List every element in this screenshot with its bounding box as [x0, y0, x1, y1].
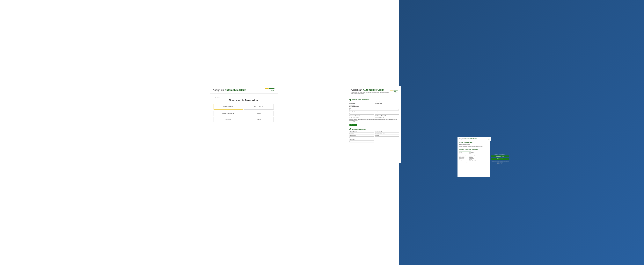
radio-na-coverage[interactable]: N/A — [356, 117, 359, 118]
radio-yes-release[interactable]: Yes — [375, 117, 378, 118]
tablet-body: Claim Complete! Thank you for choosing P… — [458, 141, 511, 177]
radio-dot-no — [353, 117, 354, 118]
logo-text-left: PDA — [270, 90, 274, 91]
field-ok-release: OK to Release Estimate? Yes No — [375, 115, 399, 118]
radio-additional: Yes No — [350, 121, 399, 122]
radio-dot-yes — [350, 117, 350, 118]
title-automobile: Automobile — [225, 88, 239, 91]
monitor-frame-left: Assign an Automobile Claim PDA — [206, 82, 337, 170]
btn-fleet[interactable]: Fleet — [244, 111, 274, 116]
value-service-type: Collision Appraisal — [350, 106, 374, 107]
stripe-green — [269, 88, 274, 89]
radio-dot-na — [356, 117, 357, 118]
intro-text: To help service you better, please give … — [351, 92, 390, 94]
field-adjuster-phone: Adjuster Phone — [350, 135, 374, 138]
info-val-0: Claim F2345 — [469, 152, 474, 153]
tablet-header: Assign an Automobile Claim PDA — [458, 137, 491, 141]
field-claim-number: Claim Number * — [350, 111, 374, 115]
portal-link[interactable]: You HAVE to view the Policy Portal — [459, 151, 489, 152]
label-adjuster-name: Adjuster Name * — [350, 131, 374, 132]
tablet-page-title: Assign an Automobile Claim — [459, 138, 477, 140]
info-val-8: No — [470, 162, 471, 162]
radio-coverage: Yes No N/A — [350, 117, 374, 118]
label-business-group: Business Group — [350, 101, 374, 103]
thank-you-text: Thank you for choosing PDA! — [459, 144, 489, 145]
field-fax: Adjuster Fax — [350, 139, 374, 142]
field-service-type: Service Type Collision Appraisal — [350, 104, 374, 107]
business-line-prompt: Please select the Business Line — [214, 99, 274, 101]
back-link[interactable]: BACK — [214, 96, 274, 99]
label-additional: Are there possible additional exposures … — [350, 119, 399, 121]
input-adjuster-email[interactable]: name@example.com — [375, 132, 399, 134]
header-title-left: Assign an Automobile Claim — [213, 88, 246, 91]
label-fax: Adjuster Fax — [350, 139, 374, 140]
info-val-1: 3421 — [469, 153, 471, 154]
tablet-logo-stripes — [484, 138, 490, 138]
radio-na-release[interactable]: N/A — [382, 117, 384, 118]
input-claim-number[interactable] — [350, 113, 374, 115]
field-business-group: Business Group Automobile — [350, 101, 374, 104]
info-label-7: Service Type: — [459, 160, 468, 161]
btn-other[interactable]: Other — [244, 117, 274, 122]
tablet-screen: Assign an Automobile Claim PDA — [457, 136, 512, 177]
btn-vsi-cpi[interactable]: VSI/CPI — [214, 117, 243, 122]
radio-yes-coverage[interactable]: Yes — [350, 117, 352, 118]
note-text: If PDA determines the claim to be a tota… — [491, 161, 509, 163]
label-extension: Extension — [375, 135, 399, 136]
info-label-6: Peril: — [459, 159, 468, 160]
radio-yes-label: Yes — [350, 117, 352, 118]
btn-file-new-claim[interactable]: File A New Claim — [491, 155, 509, 157]
info-row-4: Business Group: Automobile — [459, 157, 489, 158]
header-title-right: Assign an Automobile Claim To help servi… — [351, 88, 390, 94]
main-content-left: BACK Please select the Business Line Per… — [210, 94, 278, 167]
info-val-2: Some Company — [469, 155, 475, 155]
monitor-screen-right: Assign an Automobile Claim To help servi… — [347, 86, 445, 164]
btn-file-same[interactable]: File New Same — [491, 158, 509, 160]
logo-stripes-r — [390, 90, 398, 90]
field-policy-number: Policy Number — [375, 111, 399, 115]
input-adjuster-name[interactable]: John Doe — [350, 132, 374, 134]
continue-button[interactable]: Continue — [350, 124, 357, 126]
field-business-line: Business Line Personal Auto — [375, 101, 399, 104]
radio-no-coverage[interactable]: No — [353, 117, 355, 118]
radio-dot-na-r — [382, 117, 382, 118]
btn-classic-exotic[interactable]: Classic/Exotic — [244, 104, 274, 110]
peril-chevron-icon: ▼ — [398, 109, 399, 110]
page-title-left: Assign an Automobile Claim — [213, 88, 246, 91]
general-section-title: General Claim Information — [352, 99, 369, 100]
input-adjuster-phone[interactable] — [350, 136, 374, 138]
submitted-fields: Claim ID: Claim F2345 Industry Reference… — [459, 152, 489, 162]
btn-personal-auto[interactable]: Personal Auto — [214, 104, 243, 110]
field-peril: Peril ▼ — [350, 108, 399, 111]
radio-no-release[interactable]: No — [378, 117, 380, 118]
info-row-0: Claim ID: Claim F2345 — [459, 152, 489, 153]
radio-no-add[interactable]: No — [353, 121, 355, 122]
claim-complete-title: Claim Complete! — [459, 142, 489, 144]
tablet-frame: Assign an Automobile Claim PDA — [454, 133, 514, 181]
adjuster-section-title: Adjuster Information — [352, 129, 366, 130]
radio-no-add-label: No — [354, 121, 355, 122]
input-extension[interactable] — [375, 136, 399, 138]
title-assign-r: Assign an — [351, 88, 363, 91]
title-claim-r: Claim — [377, 88, 384, 91]
field-adjuster-name: Adjuster Name * John Doe — [350, 131, 374, 134]
label-policy-number: Policy Number — [375, 111, 399, 112]
btn-commercial-auto[interactable]: Commercial Auto — [214, 111, 243, 116]
radio-yes-add[interactable]: Yes — [350, 121, 352, 122]
page-title-right: Assign an Automobile Claim — [351, 88, 390, 91]
label-ok-release: OK to Release Estimate? — [375, 115, 399, 116]
label-service-type: Service Type — [350, 104, 374, 106]
field-coverage: Coverage in Question * Yes No — [350, 115, 374, 118]
field-extension: Extension — [375, 135, 399, 138]
title-claim: Claim — [238, 88, 246, 91]
label-adjuster-phone: Adjuster Phone — [350, 135, 374, 136]
input-policy-number[interactable] — [375, 113, 399, 115]
info-label-2: Insurance Company: — [459, 155, 468, 155]
peril-select[interactable]: ▼ — [350, 109, 399, 111]
form-row-coverage: Coverage in Question * Yes No — [350, 115, 399, 118]
input-fax[interactable] — [350, 140, 374, 142]
info-label-5: Business Line: — [459, 158, 468, 159]
title-automobile-r: Automobile — [363, 88, 377, 91]
check-icon-adjuster: ✓ — [350, 128, 352, 130]
stripe-g-t — [486, 138, 490, 138]
